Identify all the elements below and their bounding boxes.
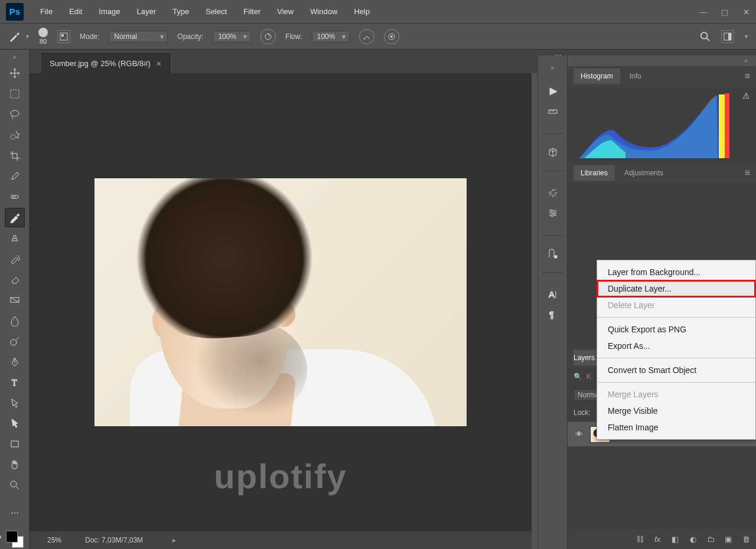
ruler-icon[interactable] [544, 103, 562, 120]
blend-mode-select[interactable]: Normal [109, 31, 168, 43]
layer-mask-icon[interactable]: ◧ [670, 535, 680, 544]
layer-group-icon[interactable]: 🗀 [705, 535, 716, 544]
canvas-area[interactable]: uplotify [30, 73, 532, 531]
menu-select[interactable]: Select [197, 0, 235, 24]
path-selection-tool[interactable] [5, 393, 25, 413]
pressure-size-icon[interactable] [384, 29, 399, 44]
status-more-icon[interactable]: ▸ [172, 536, 176, 544]
pressure-opacity-icon[interactable] [260, 29, 276, 44]
menu-window[interactable]: Window [302, 0, 346, 24]
edit-toolbar-button[interactable]: ⋯ [5, 503, 25, 522]
svg-rect-1 [61, 34, 64, 37]
character-styles-icon[interactable] [544, 245, 562, 263]
visibility-toggle-icon[interactable]: 👁 [573, 430, 584, 439]
brush-tool[interactable] [5, 208, 25, 227]
clone-stamp-tool[interactable] [5, 228, 25, 248]
opacity-select[interactable]: 100% [213, 31, 251, 43]
context-item-layer-from-background[interactable]: Layer from Background... [597, 264, 755, 280]
dodge-tool[interactable] [5, 331, 25, 351]
lasso-tool[interactable] [5, 104, 25, 124]
context-item-duplicate-layer[interactable]: Duplicate Layer... [597, 280, 755, 297]
panel-expand-handle[interactable]: » [548, 65, 558, 73]
histogram-tab[interactable]: Histogram [573, 68, 620, 84]
info-tab[interactable]: Info [623, 68, 649, 84]
layer-fx-icon[interactable]: fx [652, 535, 663, 544]
move-tool[interactable] [5, 64, 25, 83]
marquee-tool[interactable] [5, 84, 25, 103]
context-item-quick-export-as-png[interactable]: Quick Export as PNG [597, 321, 755, 338]
panel-menu-icon[interactable]: ≡ [745, 168, 750, 178]
paragraph-panel-icon[interactable]: ¶ [544, 306, 562, 323]
link-layers-icon[interactable]: ⛓ [634, 535, 645, 544]
panel-menu-icon[interactable]: ≡ [745, 71, 750, 81]
healing-brush-tool[interactable] [5, 187, 25, 207]
menu-help[interactable]: Help [346, 0, 378, 24]
context-item-convert-to-smart-object[interactable]: Convert to Smart Object [597, 362, 755, 378]
play-action-icon[interactable] [544, 83, 562, 100]
right-panels-collapse[interactable]: » [741, 58, 751, 66]
histogram-panel-header: Histogram Info ≡ [568, 66, 756, 86]
menu-view[interactable]: View [269, 0, 302, 24]
dropdown-caret-icon[interactable]: ▾ [26, 33, 29, 40]
search-icon[interactable] [700, 31, 711, 42]
foreground-color-swatch[interactable] [6, 531, 18, 543]
swap-colors-icon[interactable]: ⇄ [0, 534, 1, 541]
dropdown-caret-icon[interactable]: ▾ [745, 33, 748, 40]
menu-filter[interactable]: Filter [235, 0, 269, 24]
libraries-tab[interactable]: Libraries [573, 165, 615, 181]
airbrush-icon[interactable] [359, 29, 374, 44]
brush-preset-picker[interactable]: 80 [38, 28, 48, 45]
svg-point-22 [11, 481, 17, 487]
crop-tool[interactable] [5, 146, 25, 165]
svg-rect-32 [719, 94, 725, 158]
search-icon[interactable]: 🔍 [573, 372, 582, 381]
context-item-flatten-image[interactable]: Flatten Image [597, 419, 755, 436]
history-brush-tool[interactable] [5, 249, 25, 269]
histogram-panel: ⚠ [568, 86, 756, 163]
maximize-button[interactable]: ▢ [719, 8, 730, 17]
pen-tool[interactable] [5, 352, 25, 371]
context-separator [597, 382, 755, 383]
3d-icon[interactable] [544, 143, 562, 161]
context-item-export-as[interactable]: Export As... [597, 338, 755, 354]
context-item-merge-visible[interactable]: Merge Visible [597, 403, 755, 419]
svg-point-6 [701, 32, 708, 38]
zoom-level[interactable]: 25% [47, 536, 61, 544]
adjustments-tab[interactable]: Adjustments [617, 165, 670, 181]
adjustments-sliders-icon[interactable] [544, 204, 562, 222]
blur-tool[interactable] [5, 311, 25, 330]
cache-warning-icon[interactable]: ⚠ [742, 91, 750, 100]
delete-layer-icon[interactable]: 🗑 [741, 535, 751, 544]
color-swatches[interactable]: ⇄ [5, 530, 25, 549]
svg-point-27 [551, 214, 553, 217]
close-tab-icon[interactable]: × [157, 59, 161, 68]
eyedropper-tool[interactable] [5, 166, 25, 186]
eraser-tool[interactable] [5, 270, 25, 289]
document-tab[interactable]: Sumber.jpg @ 25% (RGB/8#) × [41, 53, 170, 73]
minimize-button[interactable]: — [698, 8, 709, 17]
zoom-tool[interactable] [5, 476, 25, 495]
properties-icon[interactable] [544, 184, 562, 202]
menu-file[interactable]: File [32, 0, 61, 24]
gradient-tool[interactable] [5, 290, 25, 310]
quick-selection-tool[interactable] [5, 125, 25, 145]
menu-layer[interactable]: Layer [129, 0, 165, 24]
menu-edit[interactable]: Edit [61, 0, 90, 24]
type-tool[interactable]: T [5, 372, 25, 392]
svg-point-2 [265, 34, 271, 40]
window-controls: — ▢ ✕ [698, 0, 751, 24]
brush-panel-toggle-icon[interactable] [57, 30, 70, 43]
close-button[interactable]: ✕ [741, 8, 751, 17]
menu-type[interactable]: Type [164, 0, 197, 24]
adjustment-layer-icon[interactable]: ◐ [687, 535, 698, 544]
hand-tool[interactable] [5, 455, 25, 475]
flow-select[interactable]: 100% [312, 31, 350, 43]
direct-selection-tool[interactable] [5, 414, 25, 433]
histogram-chart [579, 93, 733, 158]
menu-image[interactable]: Image [90, 0, 128, 24]
character-panel-icon[interactable]: A [544, 286, 562, 303]
workspace-switcher[interactable] [721, 30, 734, 43]
new-layer-icon[interactable]: ▣ [723, 535, 734, 544]
toolbar-collapse-handle[interactable]: » [9, 54, 20, 63]
rectangle-tool[interactable] [5, 434, 25, 454]
